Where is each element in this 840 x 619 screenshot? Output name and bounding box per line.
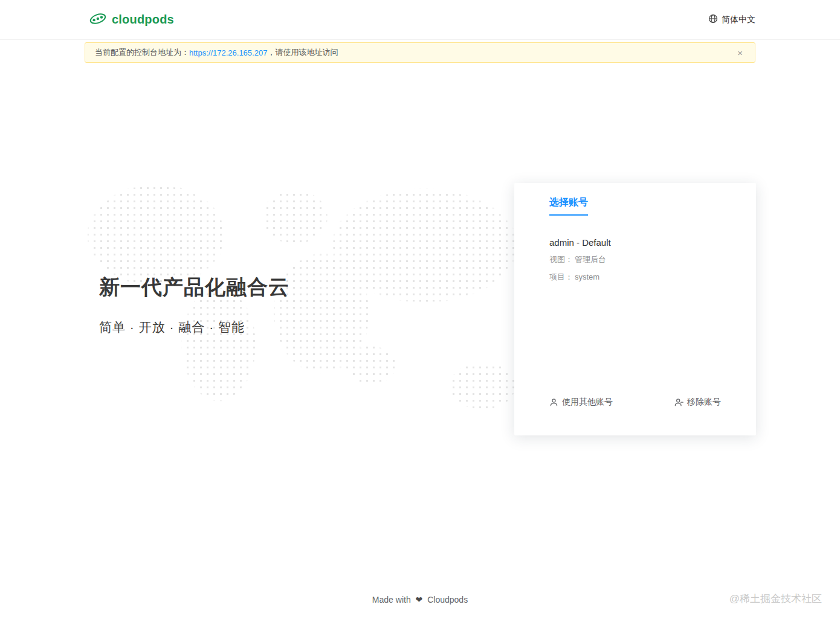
account-card-inner: 选择账号 admin - Default 视图：管理后台 项目：system	[514, 183, 756, 435]
alert-close-icon[interactable]: ×	[735, 47, 745, 59]
console-address-alert: 当前配置的控制台地址为： https://172.26.165.207 ，请使用…	[85, 42, 755, 63]
tab-select-account[interactable]: 选择账号	[549, 196, 588, 216]
login-page: cloudpods 简体中文 当前配置的控制台地址为： https://172.…	[0, 0, 840, 619]
globe-icon	[708, 14, 718, 25]
account-card: 选择账号 admin - Default 视图：管理后台 项目：system	[514, 183, 756, 435]
user-icon	[549, 398, 558, 407]
hero-title: 新一代产品化融合云	[99, 277, 289, 297]
account-project-label: 项目：	[549, 272, 573, 281]
account-card-actions: 使用其他账号 移除账号	[549, 397, 721, 408]
alert-text-after: ，请使用该地址访问	[267, 47, 338, 58]
account-project-value: system	[575, 272, 599, 281]
account-view-row: 视图：管理后台	[549, 254, 721, 265]
account-item[interactable]: admin - Default 视图：管理后台 项目：system	[549, 237, 721, 283]
remove-user-icon	[674, 398, 683, 407]
watermark: @稀土掘金技术社区	[729, 592, 822, 606]
hero-subtitle: 简单 · 开放 · 融合 · 智能	[99, 321, 245, 333]
account-project-row: 项目：system	[549, 272, 721, 283]
footer-brand: Cloudpods	[427, 595, 468, 605]
account-view-value: 管理后台	[575, 255, 606, 264]
account-name: admin - Default	[549, 237, 721, 248]
use-other-account-label: 使用其他账号	[562, 397, 613, 408]
account-view-label: 视图：	[549, 255, 573, 264]
console-address-link[interactable]: https://172.26.165.207	[189, 48, 267, 57]
heart-icon: ❤	[416, 595, 423, 605]
brand-text: cloudpods	[112, 13, 174, 27]
cloudpods-logo-icon	[88, 10, 108, 30]
language-switcher[interactable]: 简体中文	[708, 14, 755, 25]
brand-logo[interactable]: cloudpods	[88, 10, 174, 30]
remove-account-button[interactable]: 移除账号	[674, 397, 721, 408]
language-label: 简体中文	[722, 14, 755, 25]
top-header: cloudpods 简体中文	[0, 0, 840, 40]
world-map-dots	[85, 178, 532, 438]
use-other-account-button[interactable]: 使用其他账号	[549, 397, 613, 408]
footer-made-with: Made with	[372, 595, 411, 605]
remove-account-label: 移除账号	[687, 397, 721, 408]
page-footer: Made with ❤ Cloudpods	[0, 595, 840, 605]
alert-text-before: 当前配置的控制台地址为：	[95, 47, 189, 58]
